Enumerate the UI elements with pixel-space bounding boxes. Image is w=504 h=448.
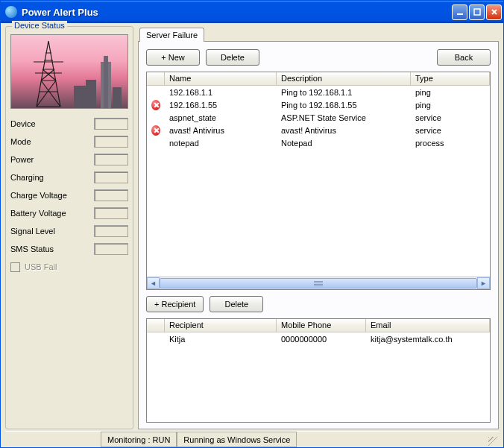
table-row[interactable]: Kitja0000000000kitja@systemtalk.co.th [147, 332, 490, 345]
servers-grid-header[interactable]: Name Description Type [147, 72, 490, 86]
cell-name: avast! Antivirus [165, 125, 277, 136]
status-value [94, 136, 128, 148]
status-label: Mode [10, 137, 91, 146]
client-area: Device Status [1, 23, 503, 447]
status-row: Battery Voltage [10, 204, 128, 222]
status-value [94, 171, 128, 183]
usb-fail-label: USB Fail [25, 262, 128, 271]
status-row: Device [10, 115, 128, 133]
scroll-left-button[interactable]: ◄ [147, 277, 160, 289]
status-value [94, 243, 128, 255]
maximize-icon [473, 8, 481, 16]
status-row: Charging [10, 168, 128, 186]
device-status-legend: Device Status [12, 21, 67, 30]
statusbar-spacer [5, 432, 101, 447]
status-service: Running as Windows Service [177, 432, 297, 447]
status-row: Signal Level [10, 222, 128, 240]
scroll-track[interactable] [160, 277, 477, 289]
servers-grid-body[interactable]: 192.168.1.1Ping to 192.168.1.1ping192.16… [147, 86, 490, 277]
svg-rect-0 [457, 13, 463, 15]
status-value [94, 118, 128, 130]
status-label: Device [10, 119, 91, 128]
error-icon [151, 125, 160, 136]
servers-scrollbar[interactable]: ◄ ► [147, 277, 490, 289]
server-toolbar: + New Delete Back [146, 49, 491, 66]
table-row[interactable]: 192.168.1.55Ping to 192.168.1.55ping [147, 98, 490, 111]
delete-button[interactable]: Delete [206, 49, 259, 66]
right-pane: Server Failure + New Delete Back Name De… [138, 26, 499, 429]
col2-icon[interactable] [147, 319, 165, 332]
app-window: Power Alert Plus Device Status [0, 0, 504, 448]
servers-grid[interactable]: Name Description Type 192.168.1.1Ping to… [146, 72, 491, 290]
maximize-button[interactable] [469, 4, 485, 20]
table-row[interactable]: avast! Antivirusavast! Antivirusservice [147, 124, 490, 136]
cell-type: ping [411, 87, 490, 98]
status-row: Power [10, 151, 128, 168]
table-row[interactable]: notepadNotepadprocess [147, 136, 490, 149]
table-row[interactable]: aspnet_stateASP.NET State Serviceservice [147, 111, 490, 124]
status-label: Battery Voltage [10, 209, 91, 218]
cell-desc: ASP.NET State Service [277, 113, 411, 123]
new-button[interactable]: + New [146, 49, 200, 66]
cell-desc: Ping to 192.168.1.55 [277, 100, 411, 110]
window-controls [452, 4, 502, 20]
statusbar: Monitoring : RUN Running as Windows Serv… [5, 431, 499, 447]
recipients-grid-body[interactable]: Kitja0000000000kitja@systemtalk.co.th [147, 332, 490, 422]
status-value [94, 225, 128, 237]
cell-desc: Ping to 192.168.1.1 [277, 87, 411, 98]
cell-desc: Notepad [277, 138, 411, 148]
add-recipient-button[interactable]: + Recipient [146, 296, 204, 312]
cell-desc: avast! Antivirus [277, 125, 411, 136]
titlebar[interactable]: Power Alert Plus [1, 1, 503, 23]
table-row[interactable]: 192.168.1.1Ping to 192.168.1.1ping [147, 86, 490, 98]
resize-grip-icon[interactable] [485, 432, 499, 447]
status-monitoring: Monitoring : RUN [101, 432, 177, 447]
status-value [94, 154, 128, 165]
device-image [10, 34, 128, 109]
status-row: Charge Voltage [10, 186, 128, 204]
status-value [94, 207, 128, 219]
back-button[interactable]: Back [437, 49, 491, 66]
status-value [94, 189, 128, 201]
cell-name: aspnet_state [165, 113, 277, 123]
scroll-thumb[interactable] [160, 278, 477, 288]
recipient-toolbar: + Recipient Delete [146, 296, 491, 312]
cell-type: service [411, 113, 490, 123]
tab-body: + New Delete Back Name Description Type … [138, 41, 499, 429]
status-label: Power [10, 155, 91, 164]
col-type[interactable]: Type [411, 72, 490, 85]
error-icon [151, 100, 160, 110]
col2-recipient[interactable]: Recipient [165, 319, 277, 332]
recipients-grid-header[interactable]: Recipient Mobile Phone Email [147, 319, 490, 332]
col-icon[interactable] [147, 72, 165, 85]
status-label: Charge Voltage [10, 191, 91, 200]
cell-recipient: Kitja [165, 334, 277, 344]
cell-type: ping [411, 100, 490, 110]
window-title: Power Alert Plus [22, 7, 452, 18]
col-name[interactable]: Name [165, 72, 277, 85]
cell-email: kitja@systemtalk.co.th [366, 334, 490, 344]
app-icon [5, 6, 17, 18]
scroll-right-button[interactable]: ► [477, 277, 490, 289]
tab-server-failure[interactable]: Server Failure [139, 28, 204, 42]
cell-name: 192.168.1.55 [165, 100, 277, 110]
col2-email[interactable]: Email [366, 319, 490, 332]
status-label: SMS Status [10, 244, 91, 253]
cell-type: service [411, 125, 490, 136]
col-desc[interactable]: Description [277, 72, 411, 85]
svg-rect-1 [474, 9, 480, 15]
minimize-button[interactable] [452, 4, 467, 20]
device-status-group: Device Status [5, 26, 133, 429]
status-row: SMS Status [10, 240, 128, 258]
close-button[interactable] [486, 4, 502, 20]
usb-fail-checkbox [10, 262, 20, 272]
delete-recipient-button[interactable]: Delete [210, 296, 263, 312]
status-row: Mode [10, 133, 128, 151]
usb-fail-row: USB Fail [10, 258, 128, 276]
close-icon [491, 8, 498, 16]
status-label: Signal Level [10, 227, 91, 236]
cell-name: notepad [165, 138, 277, 148]
recipients-grid[interactable]: Recipient Mobile Phone Email Kitja000000… [146, 318, 491, 423]
tabstrip: Server Failure [139, 26, 499, 42]
col2-phone[interactable]: Mobile Phone [277, 319, 366, 332]
